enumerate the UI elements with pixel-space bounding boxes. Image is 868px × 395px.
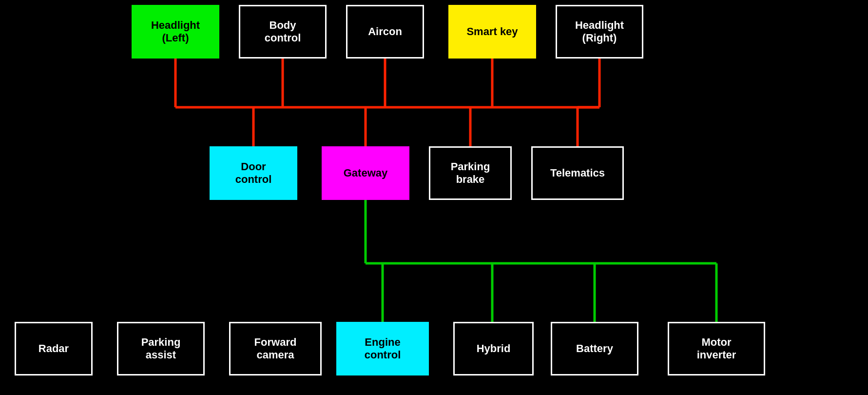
headlight-left-node: Headlight(Left) bbox=[132, 5, 219, 59]
aircon-node: Aircon bbox=[346, 5, 424, 59]
engine-control-node: Enginecontrol bbox=[336, 322, 429, 375]
forward-camera-node: Forwardcamera bbox=[229, 322, 322, 375]
radar-node: Radar bbox=[15, 322, 93, 375]
telematics-node: Telematics bbox=[531, 146, 624, 200]
battery-node: Battery bbox=[551, 322, 638, 375]
body-control-node: Bodycontrol bbox=[239, 5, 327, 59]
hybrid-node: Hybrid bbox=[453, 322, 534, 375]
motor-inverter-node: Motorinverter bbox=[668, 322, 765, 375]
diagram: Headlight(Left) Bodycontrol Aircon Smart… bbox=[0, 0, 868, 395]
door-control-node: Doorcontrol bbox=[210, 146, 297, 200]
parking-assist-node: Parkingassist bbox=[117, 322, 205, 375]
parking-brake-node: Parkingbrake bbox=[429, 146, 512, 200]
headlight-right-node: Headlight(Right) bbox=[556, 5, 643, 59]
gateway-node: Gateway bbox=[322, 146, 409, 200]
smart-key-node: Smart key bbox=[448, 5, 536, 59]
